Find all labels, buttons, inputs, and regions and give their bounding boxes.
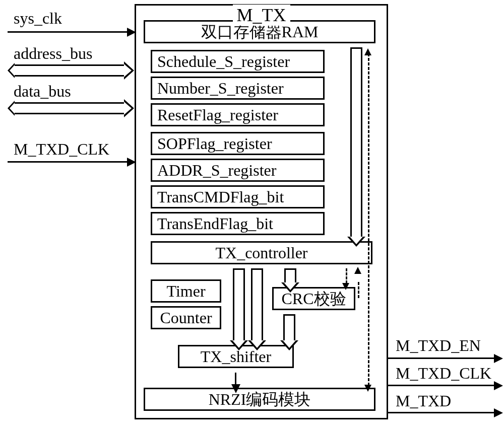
arrowhead-data-bus xyxy=(124,99,134,117)
label-data-bus: data_bus xyxy=(14,82,71,101)
arrowhead-address-bus xyxy=(124,61,134,80)
arrow-mtxd xyxy=(388,412,494,413)
arrow-txc-shifter-2 xyxy=(251,268,263,340)
tx-controller: TX_controller xyxy=(151,241,372,264)
arrow-txc-to-crc xyxy=(284,268,296,282)
sopflag-register: SOPFlag_register xyxy=(151,132,325,155)
arrowtail-data-bus xyxy=(8,101,15,116)
arrow-mtxd-clk xyxy=(388,385,494,386)
arrow-crc-to-shifter xyxy=(283,314,295,340)
nrzi-box: NRZI编码模块 xyxy=(144,388,375,411)
transendflag-bit: TransEndFlag_bit xyxy=(151,212,325,235)
arrowhead-ram-txc xyxy=(347,237,365,247)
label-mtxd-en: M_TXD_EN xyxy=(396,336,481,355)
arrow-mtxd-clk-in xyxy=(8,161,127,163)
label-mtxd-clk-in: M_TXD_CLK xyxy=(14,140,109,159)
label-mtxd-clk-out: M_TXD_CLK xyxy=(396,364,491,383)
arrow-sys-clk xyxy=(8,31,127,33)
timer-box: Timer xyxy=(151,279,221,303)
transcmdflag-bit: TransCMDFlag_bit xyxy=(151,185,325,208)
dashed-txc-to-crc xyxy=(346,268,347,283)
label-mtxd: M_TXD xyxy=(396,392,451,410)
addr-s-register: ADDR_S_register xyxy=(151,159,325,182)
counter-box: Counter xyxy=(151,306,221,329)
resetflag-register: ResetFlag_register xyxy=(151,103,325,126)
arrow-shifter-to-nrzi xyxy=(235,373,236,385)
dashed-crc-to-txc xyxy=(358,282,359,298)
arrow-address-bus xyxy=(14,64,124,77)
arrow-data-bus xyxy=(14,102,124,114)
dashed-nrzi-ram-bidir xyxy=(368,53,369,386)
arrow-txc-shifter-1 xyxy=(233,268,245,340)
label-sys-clk: sys_clk xyxy=(14,9,62,28)
mtx-title: M_TX xyxy=(233,5,290,26)
schedule-s-register: Schedule_S_register xyxy=(151,50,325,73)
arrow-mtxd-en xyxy=(388,357,494,359)
arrow-ram-to-txcontroller xyxy=(350,47,362,237)
label-address-bus: address_bus xyxy=(14,44,92,63)
arrowtail-address-bus xyxy=(8,63,15,78)
mtx-diagram: sys_clk address_bus data_bus M_TXD_CLK M… xyxy=(0,0,504,431)
number-s-register: Number_S_register xyxy=(151,77,325,100)
